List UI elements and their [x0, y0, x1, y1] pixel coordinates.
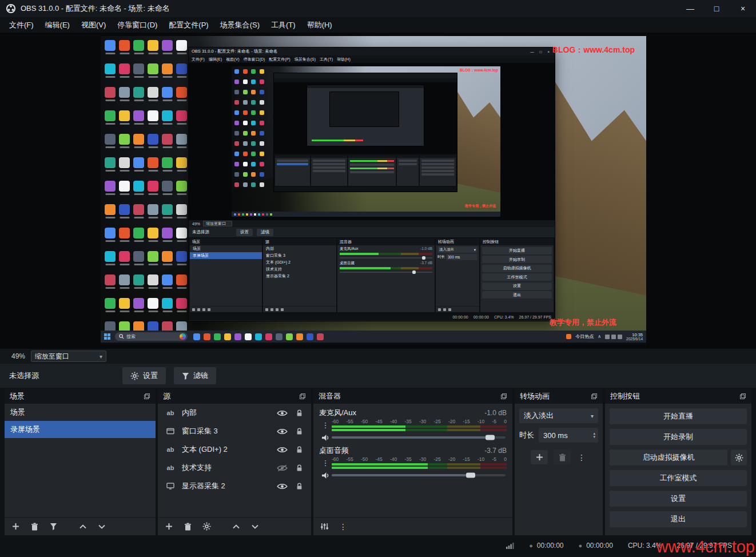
lock-icon[interactable] [293, 409, 305, 417]
mixer-menu-icon[interactable]: ⋮ [338, 521, 348, 532]
stream-timer: ● 00:00:00 [529, 542, 563, 550]
remove-source-button[interactable] [182, 521, 193, 532]
channel-menu-icon[interactable]: ⋮ [319, 419, 332, 431]
duration-spinner[interactable]: 300 ms ▴▾ [539, 428, 598, 443]
volume-slider-handle[interactable] [486, 435, 495, 440]
popout-icon[interactable] [591, 393, 598, 400]
menu-view[interactable]: 视图(V) [75, 18, 112, 33]
lock-icon[interactable] [293, 428, 305, 435]
advanced-audio-icon[interactable] [319, 521, 329, 532]
maximize-button[interactable]: □ [703, 0, 730, 17]
no-source-label: 未选择源 [9, 371, 39, 381]
popout-icon[interactable] [144, 393, 150, 400]
menu-file[interactable]: 文件(F) [3, 18, 39, 33]
nested-taskbar [232, 212, 500, 217]
eye-icon[interactable] [276, 428, 288, 435]
menu-help[interactable]: 帮助(H) [301, 18, 338, 33]
start-recording-button[interactable]: 开始录制 [610, 429, 747, 445]
browser-icon [180, 333, 186, 340]
move-scene-down-button[interactable] [97, 521, 107, 532]
captured-docks: 场景 场景 录屏场景 源 内部 窗口采集 3 文本 (GDI+) 2 技术支持 … [189, 237, 555, 313]
preview-zoom-row: 49% 缩放至窗口 ▾ [0, 349, 756, 364]
network-status-icon [506, 542, 514, 549]
preview-area: BLOG：www.4cm.top OBS 31.0.0 - 配置文件: 未命名 … [0, 33, 756, 349]
exit-button[interactable]: 退出 [610, 511, 747, 527]
source-item[interactable]: 显示器采集 2 [158, 477, 311, 495]
eye-icon[interactable] [276, 446, 288, 453]
source-filters-button[interactable]: 滤镜 [174, 367, 216, 384]
lock-icon[interactable] [293, 446, 305, 453]
nested-obs-window [274, 73, 457, 192]
scene-filters-button[interactable] [48, 521, 58, 532]
speaker-icon[interactable] [319, 472, 332, 479]
preview-canvas[interactable]: BLOG：www.4cm.top OBS 31.0.0 - 配置文件: 未命名 … [101, 36, 646, 345]
source-properties-button[interactable]: 设置 [122, 367, 166, 384]
popout-icon[interactable] [299, 393, 306, 400]
source-item[interactable]: 窗口采集 3 [158, 422, 311, 440]
transition-select[interactable]: 淡入淡出 ▾ [519, 408, 598, 423]
source-item[interactable]: ab 技术支持 [158, 459, 311, 477]
nested-docks [274, 154, 457, 187]
gear-icon [130, 372, 139, 380]
page-watermark-text: www.4cm.top [656, 538, 755, 556]
remove-scene-button[interactable] [29, 521, 39, 532]
speaker-icon[interactable] [319, 434, 332, 441]
zoom-percent: 49% [11, 352, 25, 360]
stream-status-icon: ● [529, 542, 533, 549]
mixer-toolbar: ⋮ [313, 517, 512, 535]
captured-titlebar: OBS 31.0.0 - 配置文件: 未命名 - 场景: 未命名 — □ × [189, 47, 555, 55]
source-properties-icon[interactable] [201, 521, 212, 532]
menu-docks[interactable]: 停靠窗口(D) [112, 18, 163, 33]
search-icon [119, 334, 124, 339]
lock-icon[interactable] [293, 464, 305, 472]
remove-transition-button[interactable] [554, 450, 571, 464]
volume-meter [332, 463, 507, 466]
eye-icon[interactable] [276, 409, 288, 417]
audio-mixer-panel: 混音器 麦克风/Aux -1.0 dB ⋮ -60-55-50-45- [313, 389, 512, 535]
channel-menu-icon[interactable]: ⋮ [319, 456, 332, 469]
taskbar-clock: 10:35 2025/6/14 [626, 333, 643, 341]
settings-button[interactable]: 设置 [610, 491, 747, 507]
menu-tools[interactable]: 工具(T) [265, 18, 301, 33]
lock-icon[interactable] [293, 483, 305, 490]
volume-slider[interactable] [332, 474, 506, 476]
volume-slider[interactable] [332, 436, 506, 439]
add-scene-button[interactable] [10, 521, 21, 532]
close-button[interactable]: × [730, 0, 756, 17]
menu-profile[interactable]: 配置文件(P) [163, 18, 214, 33]
window-controls: — □ × [677, 0, 756, 17]
scene-item[interactable]: 场景 [5, 404, 156, 421]
virtual-camera-settings-button[interactable] [731, 449, 747, 466]
source-item[interactable]: ab 内部 [158, 404, 311, 422]
add-transition-button[interactable] [531, 450, 548, 464]
zoom-mode-select[interactable]: 缩放至窗口 ▾ [31, 351, 106, 362]
move-source-up-button[interactable] [231, 521, 241, 532]
eye-hidden-icon[interactable] [276, 464, 288, 472]
source-item[interactable]: ab 文本 (GDI+) 2 [158, 440, 311, 459]
add-source-button[interactable] [164, 521, 174, 532]
popout-icon[interactable] [500, 393, 507, 400]
transition-menu-icon[interactable]: ⋮ [576, 452, 587, 463]
nested-blog-text: BLOG：www.4cm.top [460, 68, 498, 73]
source-toolbar: 未选择源 设置 滤镜 [0, 364, 756, 388]
eye-icon[interactable] [276, 483, 288, 490]
scene-item-selected[interactable]: 录屏场景 [5, 421, 156, 438]
chevron-down-icon: ▾ [591, 413, 594, 419]
move-source-down-button[interactable] [250, 521, 260, 532]
start-virtual-camera-button[interactable]: 启动虚拟摄像机 [610, 449, 727, 466]
captured-menubar: 文件(F)编辑(E)视图(V)停靠窗口(D)配置文件(P)场景集合(S)工具(T… [189, 55, 555, 63]
menu-edit[interactable]: 编辑(E) [39, 18, 75, 33]
taskbar-app-icons [193, 333, 324, 340]
minimize-button[interactable]: — [677, 0, 703, 17]
volume-slider-handle[interactable] [466, 473, 475, 478]
move-scene-up-button[interactable] [78, 521, 88, 532]
studio-mode-button[interactable]: 工作室模式 [610, 470, 747, 486]
captured-preview: BLOG：www.4cm.top [189, 63, 555, 220]
duration-label: 时长 [519, 430, 534, 440]
popout-icon[interactable] [739, 393, 746, 400]
spinner-arrows-icon[interactable]: ▴▾ [593, 432, 595, 439]
nested-obs-window-level3 [307, 85, 424, 146]
start-streaming-button[interactable]: 开始直播 [610, 408, 747, 424]
volume-meter [332, 425, 507, 428]
menu-scene-collection[interactable]: 场景集合(S) [214, 18, 265, 33]
